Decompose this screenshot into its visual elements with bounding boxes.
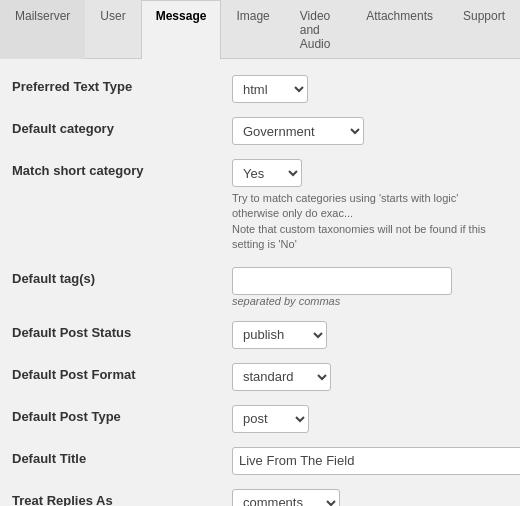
treat-replies-as-select[interactable]: comments posts [232,489,340,506]
default-tags-input[interactable] [232,267,452,295]
default-tags-hint: separated by commas [232,295,508,307]
default-title-row: Default Title [12,447,508,475]
default-category-row: Default category Government Uncategorize… [12,117,508,145]
default-post-type-control: post page [232,405,508,433]
preferred-text-type-label: Preferred Text Type [12,75,232,94]
match-short-category-label: Match short category [12,159,232,178]
default-post-type-select[interactable]: post page [232,405,309,433]
message-settings-panel: Preferred Text Type html plain Default c… [0,59,520,506]
preferred-text-type-row: Preferred Text Type html plain [12,75,508,103]
tab-message[interactable]: Message [141,0,222,59]
tab-mailserver[interactable]: Mailserver [0,0,85,59]
default-category-label: Default category [12,117,232,136]
tabs-bar: Mailserver User Message Image Video and … [0,0,520,59]
match-short-category-control: Yes No Try to match categories using 'st… [232,159,508,253]
tab-attachments[interactable]: Attachments [351,0,448,59]
default-title-input[interactable] [232,447,520,475]
default-post-type-label: Default Post Type [12,405,232,424]
tab-video-and-audio[interactable]: Video and Audio [285,0,352,59]
default-post-status-label: Default Post Status [12,321,232,340]
default-post-format-control: standard aside gallery [232,363,508,391]
match-short-category-hint: Try to match categories using 'starts wi… [232,191,508,253]
default-post-status-row: Default Post Status publish draft pendin… [12,321,508,349]
treat-replies-as-control: comments posts [232,489,508,506]
match-short-category-row: Match short category Yes No Try to match… [12,159,508,253]
default-tags-row: Default tag(s) separated by commas [12,267,508,307]
preferred-text-type-control: html plain [232,75,508,103]
tab-image[interactable]: Image [221,0,284,59]
tab-support[interactable]: Support [448,0,520,59]
default-post-format-select[interactable]: standard aside gallery [232,363,331,391]
match-short-category-select[interactable]: Yes No [232,159,302,187]
default-tags-label: Default tag(s) [12,267,232,286]
default-post-format-label: Default Post Format [12,363,232,382]
default-title-label: Default Title [12,447,232,466]
default-tags-control: separated by commas [232,267,508,307]
default-category-select[interactable]: Government Uncategorized [232,117,364,145]
tab-user[interactable]: User [85,0,140,59]
default-title-control [232,447,520,475]
treat-replies-as-label: Treat Replies As [12,489,232,506]
default-post-format-row: Default Post Format standard aside galle… [12,363,508,391]
default-post-type-row: Default Post Type post page [12,405,508,433]
preferred-text-type-select[interactable]: html plain [232,75,308,103]
default-category-control: Government Uncategorized [232,117,508,145]
default-post-status-control: publish draft pending [232,321,508,349]
treat-replies-as-row: Treat Replies As comments posts [12,489,508,506]
default-post-status-select[interactable]: publish draft pending [232,321,327,349]
